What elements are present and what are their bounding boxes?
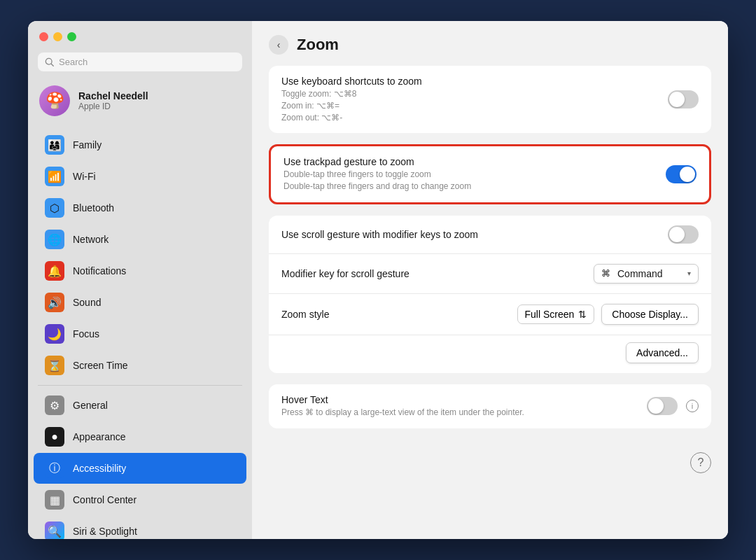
sidebar-item-family[interactable]: 👨‍👩‍👧Family bbox=[34, 130, 246, 160]
modifier-key-dropdown-label: Command bbox=[617, 268, 663, 279]
modifier-key-dropdown[interactable]: ⌘ Command ▾ bbox=[594, 264, 699, 284]
sidebar-item-bluetooth[interactable]: ⬡Bluetooth bbox=[34, 192, 246, 223]
general-icon: ⚙ bbox=[45, 396, 64, 415]
family-label: Family bbox=[73, 139, 102, 150]
notifications-label: Notifications bbox=[73, 265, 126, 276]
user-profile[interactable]: 🍄 Rachel Needell Apple ID bbox=[28, 80, 252, 126]
minimize-button[interactable] bbox=[53, 32, 62, 41]
sidebar-items-list: 👨‍👩‍👧Family📶Wi-Fi⬡Bluetooth🌐Network🔔Noti… bbox=[28, 129, 252, 539]
accessibility-label: Accessibility bbox=[73, 463, 126, 474]
modifier-key-row: Modifier key for scroll gesture ⌘ Comman… bbox=[269, 253, 711, 293]
hover-text-info-icon[interactable]: i bbox=[686, 400, 699, 412]
trackpad-gesture-label-area: Use trackpad gesture to zoom Double-tap … bbox=[284, 156, 657, 192]
scroll-zoom-card: Use scroll gesture with modifier keys to… bbox=[269, 216, 711, 373]
hover-text-toggle[interactable] bbox=[647, 397, 678, 415]
sidebar-divider-2 bbox=[38, 385, 242, 386]
controlcenter-label: Control Center bbox=[73, 494, 136, 505]
page-title: Zoom bbox=[297, 36, 339, 54]
keyboard-shortcuts-card: Use keyboard shortcuts to zoom Toggle zo… bbox=[269, 66, 711, 133]
sidebar-item-wifi[interactable]: 📶Wi-Fi bbox=[34, 161, 246, 192]
content-area: Use keyboard shortcuts to zoom Toggle zo… bbox=[252, 66, 728, 445]
sidebar-item-accessibility[interactable]: ⓘAccessibility bbox=[34, 453, 246, 484]
choose-display-button[interactable]: Choose Display... bbox=[601, 304, 699, 325]
keyboard-shortcuts-row: Use keyboard shortcuts to zoom Toggle zo… bbox=[269, 66, 711, 133]
main-header: ‹ Zoom bbox=[252, 21, 728, 66]
trackpad-gesture-sublabel: Double-tap three fingers to toggle zoom … bbox=[284, 169, 657, 192]
back-button[interactable]: ‹ bbox=[269, 35, 288, 55]
user-name: Rachel Needell bbox=[78, 90, 148, 102]
sidebar-item-controlcenter[interactable]: ▦Control Center bbox=[34, 484, 246, 515]
scroll-gesture-row: Use scroll gesture with modifier keys to… bbox=[269, 216, 711, 253]
general-label: General bbox=[73, 400, 108, 411]
wifi-label: Wi-Fi bbox=[73, 171, 96, 182]
fullscreen-button[interactable] bbox=[67, 32, 76, 41]
hover-text-sublabel: Press ⌘ to display a large-text view of … bbox=[281, 407, 638, 419]
keyboard-shortcuts-label: Use keyboard shortcuts to zoom bbox=[281, 76, 659, 87]
stepper-icon: ⇅ bbox=[578, 309, 587, 320]
network-label: Network bbox=[73, 234, 108, 245]
appearance-icon: ● bbox=[45, 427, 64, 447]
accessibility-icon: ⓘ bbox=[45, 458, 64, 478]
trackpad-gesture-toggle[interactable] bbox=[666, 165, 696, 183]
scroll-gesture-label: Use scroll gesture with modifier keys to… bbox=[281, 229, 659, 240]
help-area: ? bbox=[252, 445, 728, 480]
sidebar-item-notifications[interactable]: 🔔Notifications bbox=[34, 255, 246, 286]
keyboard-shortcuts-toggle[interactable] bbox=[668, 90, 699, 108]
sidebar: Search 🍄 Rachel Needell Apple ID 👨‍👩‍👧Fa… bbox=[28, 21, 252, 539]
help-button[interactable]: ? bbox=[690, 452, 711, 473]
system-preferences-window: Search 🍄 Rachel Needell Apple ID 👨‍👩‍👧Fa… bbox=[28, 21, 728, 539]
zoom-style-stepper[interactable]: Full Screen ⇅ bbox=[517, 304, 595, 324]
screentime-icon: ⌛ bbox=[45, 356, 64, 375]
titlebar bbox=[28, 21, 252, 47]
hover-text-row: Hover Text Press ⌘ to display a large-te… bbox=[269, 384, 711, 428]
hover-text-toggle-knob bbox=[648, 398, 664, 414]
zoom-style-row: Zoom style Full Screen ⇅ Choose Display.… bbox=[269, 293, 711, 335]
hover-text-label-area: Hover Text Press ⌘ to display a large-te… bbox=[281, 394, 638, 419]
avatar: 🍄 bbox=[39, 85, 70, 116]
traffic-lights bbox=[39, 32, 76, 41]
scroll-gesture-toggle-knob bbox=[669, 227, 685, 242]
modifier-key-label: Modifier key for scroll gesture bbox=[281, 268, 585, 279]
siri-label: Siri & Spotlight bbox=[73, 526, 137, 537]
siri-icon: 🔍 bbox=[45, 522, 64, 539]
search-box[interactable]: Search bbox=[38, 52, 242, 71]
bluetooth-label: Bluetooth bbox=[73, 202, 114, 214]
sidebar-item-sound[interactable]: 🔊Sound bbox=[34, 287, 246, 318]
scroll-gesture-toggle[interactable] bbox=[668, 225, 699, 244]
sound-label: Sound bbox=[73, 297, 101, 308]
user-info: Rachel Needell Apple ID bbox=[78, 90, 148, 111]
keyboard-shortcuts-toggle-knob bbox=[669, 92, 685, 107]
trackpad-gesture-card: Use trackpad gesture to zoom Double-tap … bbox=[269, 144, 711, 204]
screentime-label: Screen Time bbox=[73, 360, 128, 371]
svg-line-1 bbox=[51, 64, 53, 66]
dropdown-arrow-icon: ▾ bbox=[687, 270, 691, 277]
sidebar-item-siri[interactable]: 🔍Siri & Spotlight bbox=[34, 516, 246, 539]
keyboard-shortcuts-label-area: Use keyboard shortcuts to zoom Toggle zo… bbox=[281, 76, 659, 123]
focus-icon: 🌙 bbox=[45, 324, 64, 344]
command-icon: ⌘ bbox=[601, 268, 610, 279]
close-button[interactable] bbox=[39, 32, 48, 41]
trackpad-gesture-row: Use trackpad gesture to zoom Double-tap … bbox=[271, 146, 709, 202]
hover-text-card: Hover Text Press ⌘ to display a large-te… bbox=[269, 384, 711, 428]
advanced-button[interactable]: Advanced... bbox=[626, 342, 699, 363]
main-content: ‹ Zoom Use keyboard shortcuts to zoom To… bbox=[252, 21, 728, 539]
notifications-icon: 🔔 bbox=[45, 261, 64, 281]
scroll-gesture-label-area: Use scroll gesture with modifier keys to… bbox=[281, 229, 659, 240]
focus-label: Focus bbox=[73, 328, 99, 340]
sidebar-item-appearance[interactable]: ●Appearance bbox=[34, 421, 246, 452]
keyboard-shortcuts-sublabel: Toggle zoom: ⌥⌘8 Zoom in: ⌥⌘= Zoom out: … bbox=[281, 88, 659, 123]
sidebar-item-general[interactable]: ⚙General bbox=[34, 390, 246, 421]
user-subtitle: Apple ID bbox=[78, 102, 148, 111]
family-icon: 👨‍👩‍👧 bbox=[45, 135, 64, 155]
zoom-style-controls: Full Screen ⇅ Choose Display... bbox=[517, 304, 699, 325]
search-icon bbox=[45, 57, 55, 67]
appearance-label: Appearance bbox=[73, 431, 126, 442]
bluetooth-icon: ⬡ bbox=[45, 198, 64, 218]
modifier-key-label-area: Modifier key for scroll gesture bbox=[281, 268, 585, 279]
sidebar-item-screentime[interactable]: ⌛Screen Time bbox=[34, 350, 246, 381]
sidebar-item-network[interactable]: 🌐Network bbox=[34, 224, 246, 255]
sidebar-item-focus[interactable]: 🌙Focus bbox=[34, 318, 246, 349]
zoom-style-value: Full Screen bbox=[525, 309, 575, 320]
network-icon: 🌐 bbox=[45, 230, 64, 249]
hover-text-label: Hover Text bbox=[281, 394, 638, 405]
